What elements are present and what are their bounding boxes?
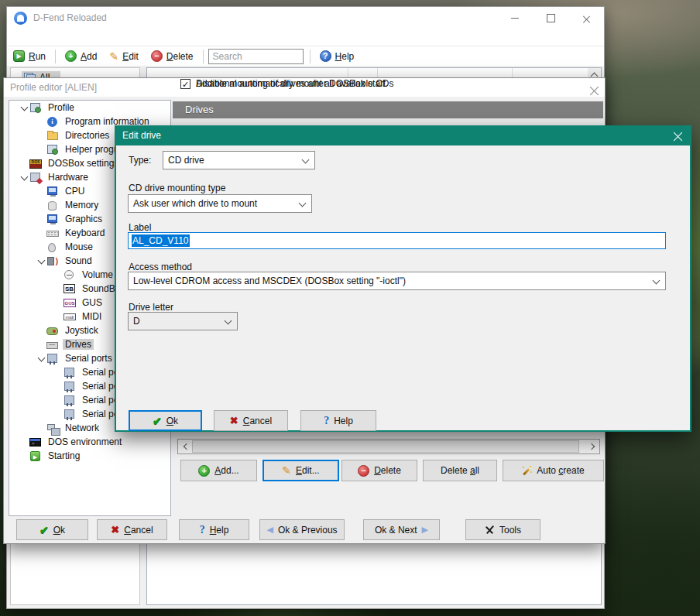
- menu-item[interactable]: [61, 35, 77, 39]
- serial-icon: [63, 395, 76, 406]
- menu-item[interactable]: [77, 35, 92, 39]
- menu-item[interactable]: [15, 35, 30, 39]
- type-select[interactable]: CD drive: [163, 151, 315, 169]
- close-button[interactable]: [568, 7, 604, 29]
- delete-button[interactable]: − Delete: [341, 460, 417, 481]
- label-field-label: Label: [129, 222, 151, 233]
- scrollbar-thumb[interactable]: [192, 440, 579, 453]
- edit-drive-close-button[interactable]: [674, 131, 682, 142]
- midi-icon: midi: [63, 311, 76, 323]
- close-icon: [583, 15, 590, 22]
- close-icon: [674, 131, 682, 139]
- drive-letter-label: Drive letter: [129, 302, 173, 313]
- ok-next-button[interactable]: Ok & Next ▶: [363, 519, 440, 540]
- folder-icon: [46, 130, 59, 142]
- expand-arrow-icon[interactable]: [36, 259, 46, 263]
- serial-icon: [63, 381, 76, 392]
- hardware-icon: [29, 172, 42, 183]
- edit-drive-titlebar: Edit drive: [115, 125, 691, 145]
- chevron-down-icon: [653, 277, 661, 285]
- ok-previous-button[interactable]: ◀ Ok & Previous: [259, 519, 345, 540]
- serial-icon: [63, 367, 76, 378]
- auto-create-button[interactable]: Auto create: [503, 460, 604, 481]
- expand-arrow-icon[interactable]: [19, 106, 29, 110]
- tree-item-profile[interactable]: Profile: [9, 101, 170, 115]
- type-label: Type:: [129, 155, 151, 166]
- window-title: D-Fend Reloaded: [33, 12, 107, 23]
- drive-letter-select[interactable]: D: [128, 312, 238, 330]
- delete-button[interactable]: − Delete: [145, 47, 200, 66]
- maximize-button[interactable]: [533, 7, 568, 29]
- help-button[interactable]: ? Help: [179, 519, 249, 540]
- edit-button[interactable]: ✎ Edit: [103, 47, 144, 66]
- arrow-right-icon: ▶: [422, 525, 428, 535]
- mounting-type-select[interactable]: Ask user which drive to mount: [128, 194, 312, 213]
- help-button[interactable]: ? Help: [314, 47, 361, 66]
- help-icon: ?: [320, 50, 331, 62]
- scroll-left-button[interactable]: [178, 440, 192, 453]
- menu-bar: [7, 29, 604, 46]
- cross-icon: ✖: [111, 524, 119, 536]
- wand-icon: [522, 466, 532, 476]
- checkbox-disable-mounting-of-drives-after-dosbox-start[interactable]: ✓ Disable mounting of drives after DOSBo…: [180, 78, 386, 89]
- expand-arrow-icon[interactable]: [36, 357, 46, 361]
- menu-item[interactable]: [46, 35, 61, 39]
- dosenv-icon: [29, 436, 42, 448]
- run-button[interactable]: ▶ Run: [7, 47, 52, 66]
- cancel-button[interactable]: ✖ Cancel: [97, 519, 167, 540]
- tree-item-starting[interactable]: ▶ Starting: [9, 449, 170, 463]
- profile-icon: [29, 102, 42, 114]
- run-icon: ▶: [13, 50, 25, 62]
- menu-item[interactable]: [30, 35, 46, 39]
- search-input[interactable]: [208, 49, 304, 64]
- ok-button[interactable]: ✔ Ok: [16, 519, 88, 540]
- mounting-type-label: CD drive mounting type: [129, 183, 225, 193]
- profile-editor-close-button[interactable]: [590, 83, 599, 97]
- add-circle-icon: +: [198, 465, 210, 477]
- scroll-right-button[interactable]: [585, 440, 599, 453]
- help-button[interactable]: ? Help: [300, 410, 376, 431]
- tree-item-dos-environment[interactable]: DOS environment: [9, 435, 170, 449]
- tools-button[interactable]: Tools: [465, 519, 540, 540]
- delete-circle-icon: −: [358, 465, 369, 477]
- profile-editor-title: Profile editor [ALIEN]: [10, 82, 97, 93]
- expand-arrow-icon[interactable]: [19, 176, 29, 180]
- app-logo-icon: [14, 12, 27, 25]
- keyboard-icon: [46, 228, 59, 239]
- chevron-down-icon: [302, 156, 310, 164]
- starting-icon: ▶: [29, 450, 42, 462]
- chevron-left-icon: [183, 443, 189, 450]
- joystick-icon: [46, 325, 59, 337]
- ok-button[interactable]: ✔ Ok: [129, 410, 202, 431]
- drives-horizontal-scrollbar[interactable]: [177, 439, 600, 454]
- cpu-icon: [46, 186, 59, 197]
- check-icon: ✔: [153, 415, 162, 427]
- sound-icon: [46, 255, 59, 267]
- checkbox[interactable]: ✓: [180, 79, 190, 89]
- chevron-right-icon: [588, 443, 594, 450]
- toolbar: ▶ Run + Add ✎ Edit − Delete ? Help: [7, 46, 604, 66]
- soundblaster-icon: SB: [63, 283, 76, 295]
- question-icon: ?: [324, 415, 329, 427]
- delete-all-button[interactable]: Delete all: [423, 460, 497, 481]
- menu-item[interactable]: [92, 35, 108, 39]
- serial-icon: [63, 409, 76, 420]
- add-button[interactable]: + Add...: [180, 460, 257, 481]
- minimize-button[interactable]: [497, 7, 533, 29]
- volume-icon: [63, 269, 76, 281]
- label-input[interactable]: AL_CD_V110: [128, 232, 666, 249]
- access-method-select[interactable]: Low-level CDROM access and MSCDEX (DOSBo…: [128, 272, 666, 290]
- main-titlebar: D-Fend Reloaded: [7, 7, 604, 29]
- dosbox-icon: DOS: [29, 158, 42, 169]
- edit-button[interactable]: ✎ Edit...: [262, 460, 339, 481]
- memory-icon: [46, 200, 59, 211]
- question-icon: ?: [200, 524, 205, 536]
- add-icon: +: [65, 50, 77, 62]
- access-method-label: Access method: [129, 262, 192, 272]
- edit-drive-dialog: Edit drive Type: CD drive CD drive mount…: [115, 125, 691, 432]
- gus-icon: GUS: [63, 297, 76, 309]
- desktop-background: D-Fend Reloaded ▶ Run + Add ✎ Edit: [0, 0, 700, 616]
- cancel-button[interactable]: ✖ Cancel: [214, 410, 288, 431]
- add-button[interactable]: + Add: [59, 47, 103, 66]
- network-icon: [46, 423, 59, 434]
